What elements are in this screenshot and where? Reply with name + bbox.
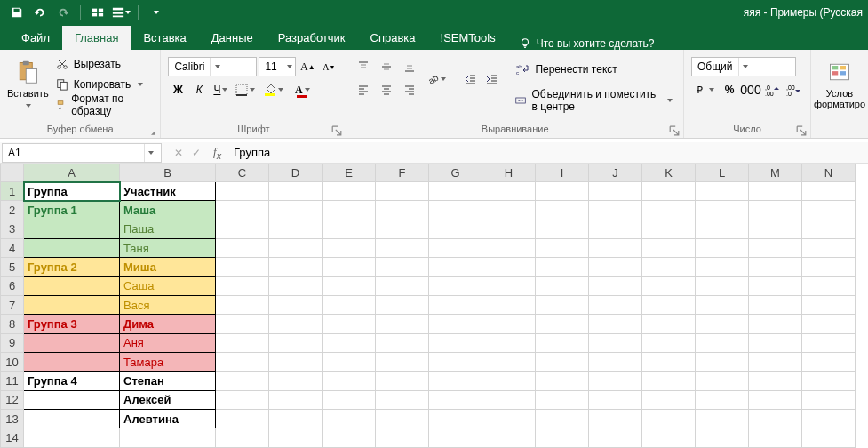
- cancel-formula-icon[interactable]: ✕: [174, 147, 183, 159]
- cell-C6[interactable]: [216, 276, 269, 295]
- col-header-G[interactable]: G: [429, 164, 482, 182]
- cell-L4[interactable]: [696, 239, 749, 258]
- cell-B4[interactable]: Таня: [120, 239, 216, 258]
- cell-I3[interactable]: [536, 220, 589, 238]
- qat-customize-icon[interactable]: [146, 3, 165, 22]
- cell-J10[interactable]: [589, 353, 642, 372]
- cell-B2[interactable]: Маша: [120, 201, 216, 220]
- cell-F8[interactable]: [376, 315, 429, 333]
- cell-B6[interactable]: Саша: [120, 276, 216, 295]
- cell-I5[interactable]: [536, 258, 589, 276]
- row-header-13[interactable]: 13: [1, 410, 24, 428]
- cell-G13[interactable]: [429, 410, 482, 428]
- cell-H13[interactable]: [482, 410, 536, 428]
- number-format-combo[interactable]: Общий: [691, 57, 796, 76]
- cell-I1[interactable]: [536, 182, 589, 201]
- cell-F12[interactable]: [376, 390, 429, 409]
- cell-I12[interactable]: [536, 390, 589, 409]
- cell-J5[interactable]: [589, 258, 642, 276]
- cell-N4[interactable]: [802, 239, 856, 258]
- cell-J9[interactable]: [589, 333, 642, 352]
- decrease-font-icon[interactable]: A▼: [319, 57, 338, 76]
- fx-icon[interactable]: fx: [213, 145, 228, 161]
- cell-E4[interactable]: [323, 239, 376, 258]
- cell-N1[interactable]: [802, 182, 856, 201]
- cell-J14[interactable]: [589, 428, 642, 448]
- tab-developer[interactable]: Разработчик: [266, 26, 358, 50]
- cell-H1[interactable]: [482, 182, 536, 201]
- tab-data[interactable]: Данные: [199, 26, 266, 50]
- cell-L14[interactable]: [696, 428, 749, 448]
- cell-E5[interactable]: [323, 258, 376, 276]
- increase-indent-icon[interactable]: [482, 69, 501, 89]
- cell-L2[interactable]: [696, 201, 749, 220]
- cell-C8[interactable]: [216, 315, 269, 333]
- cell-D14[interactable]: [269, 428, 323, 448]
- cell-B5[interactable]: Миша: [120, 258, 216, 276]
- cell-L11[interactable]: [696, 372, 749, 390]
- underline-button[interactable]: Ч: [211, 80, 230, 100]
- cell-D10[interactable]: [269, 353, 323, 372]
- col-header-N[interactable]: N: [802, 164, 856, 182]
- cell-A5[interactable]: Группа 2: [24, 258, 120, 276]
- cell-D3[interactable]: [269, 220, 323, 238]
- cell-C5[interactable]: [216, 258, 269, 276]
- cell-K5[interactable]: [642, 258, 696, 276]
- cell-F13[interactable]: [376, 410, 429, 428]
- cell-J8[interactable]: [589, 315, 642, 333]
- tab-insert[interactable]: Вставка: [131, 26, 198, 50]
- cell-J11[interactable]: [589, 372, 642, 390]
- cell-H10[interactable]: [482, 353, 536, 372]
- qat-addin2-icon[interactable]: [111, 3, 131, 22]
- cell-C2[interactable]: [216, 201, 269, 220]
- row-header-1[interactable]: 1: [1, 182, 24, 201]
- row-header-12[interactable]: 12: [1, 390, 24, 409]
- cell-M12[interactable]: [749, 390, 802, 409]
- row-header-11[interactable]: 11: [1, 372, 24, 390]
- cell-C1[interactable]: [216, 182, 269, 201]
- tab-help[interactable]: Справка: [358, 26, 428, 50]
- cell-H7[interactable]: [482, 296, 536, 315]
- cell-F1[interactable]: [376, 182, 429, 201]
- enter-formula-icon[interactable]: ✓: [192, 147, 201, 159]
- cell-E8[interactable]: [323, 315, 376, 333]
- cell-K10[interactable]: [642, 353, 696, 372]
- cell-L1[interactable]: [696, 182, 749, 201]
- cell-N5[interactable]: [802, 258, 856, 276]
- cell-K4[interactable]: [642, 239, 696, 258]
- cell-H8[interactable]: [482, 315, 536, 333]
- qat-addin1-icon[interactable]: [88, 3, 108, 22]
- cell-F9[interactable]: [376, 333, 429, 352]
- worksheet-grid[interactable]: ABCDEFGHIJKLMN1ГруппаУчастник2Группа 1Ма…: [0, 164, 868, 448]
- cell-D13[interactable]: [269, 410, 323, 428]
- cell-F6[interactable]: [376, 276, 429, 295]
- cell-D2[interactable]: [269, 201, 323, 220]
- cell-M3[interactable]: [749, 220, 802, 238]
- cell-K7[interactable]: [642, 296, 696, 315]
- cell-B9[interactable]: Аня: [120, 333, 216, 352]
- cell-M5[interactable]: [749, 258, 802, 276]
- row-header-7[interactable]: 7: [1, 296, 24, 315]
- cell-E13[interactable]: [323, 410, 376, 428]
- cell-B1[interactable]: Участник: [120, 182, 216, 201]
- align-top-icon[interactable]: [354, 57, 373, 76]
- fill-color-button[interactable]: [260, 80, 287, 100]
- cell-L3[interactable]: [696, 220, 749, 238]
- font-launcher-icon[interactable]: [331, 125, 342, 136]
- borders-button[interactable]: [232, 80, 259, 100]
- cell-H4[interactable]: [482, 239, 536, 258]
- cell-M11[interactable]: [749, 372, 802, 390]
- cell-D6[interactable]: [269, 276, 323, 295]
- cell-A11[interactable]: Группа 4: [24, 372, 120, 390]
- cell-M8[interactable]: [749, 315, 802, 333]
- row-header-14[interactable]: 14: [1, 428, 24, 448]
- cell-L8[interactable]: [696, 315, 749, 333]
- cell-M6[interactable]: [749, 276, 802, 295]
- row-header-4[interactable]: 4: [1, 239, 24, 258]
- cell-K3[interactable]: [642, 220, 696, 238]
- cell-N10[interactable]: [802, 353, 856, 372]
- cell-M10[interactable]: [749, 353, 802, 372]
- font-size-combo[interactable]: 11: [259, 57, 296, 76]
- row-header-8[interactable]: 8: [1, 315, 24, 333]
- accounting-format-button[interactable]: ₽: [691, 80, 718, 100]
